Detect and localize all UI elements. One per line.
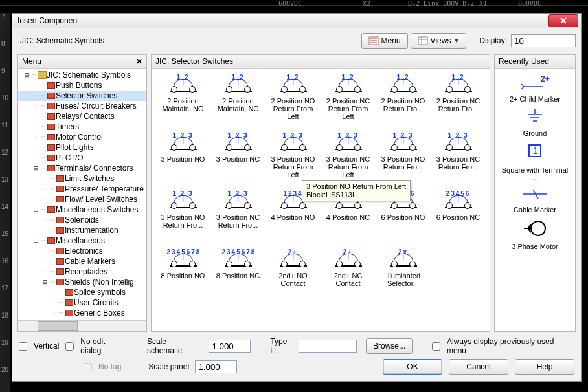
tree-item[interactable]: ⊟┄ Miscellaneous [18,235,146,246]
symbol-cell[interactable]: 234566 Position NC [431,189,486,242]
symbol-cell[interactable]: 12344 Position NC [321,189,376,242]
tree-item[interactable]: ⊟┄ JIC: Schematic Symbols [18,70,146,80]
tree-item[interactable]: ·┄ Generic Boxes [18,308,146,318]
tree-item[interactable]: ·┄ Timers [18,122,146,132]
tree-item[interactable]: ·┄ Fuses/ Circuit Breakers [18,101,146,111]
vertical-checkbox[interactable]: Vertical [19,342,59,351]
top-toolbar: JIC: Schematic Symbols Menu Views ▼ Disp… [12,28,581,50]
display-input[interactable] [511,34,576,47]
display-label: Display: [479,36,507,45]
tree-item[interactable]: ·┄ User Circuits [18,298,146,308]
symbol-label: 8 Position NC [216,272,260,279]
tree-item[interactable]: ⊞┄ Terminals/ Connectors [18,163,146,173]
svg-rect-1 [418,37,427,45]
tree-item[interactable]: ·┄ Cable Markers [18,256,146,267]
grid-panel-header: JIC: Selector Switches [152,55,490,69]
symbol-cell[interactable]: 1 22 Position Maintain, NO [155,72,210,125]
symbol-label: 3 Position NO [161,155,205,163]
close-icon [558,16,569,26]
symbol-label: 2nd+ NO Contact [267,272,320,287]
menu-icon [368,36,379,45]
tree-horizontal-scrollbar[interactable] [18,320,146,331]
symbol-cell[interactable]: 1 2 33 Position NC [210,131,266,184]
ground-icon [520,107,550,128]
help-button[interactable]: Help [515,359,574,375]
tree-item[interactable]: ·┄ Flow/ Level Switches [18,194,146,204]
symbol-cell[interactable]: 1 22 Position NO Return Fro... [376,72,431,125]
symbol-cell[interactable]: 1 2 33 Position NC Return From Left [321,131,376,184]
symbol-cell[interactable]: 23456788 Position NC [210,247,266,300]
symbol-label: 2 Position NO Return From Left [267,97,320,120]
browse-button[interactable]: Browse... [366,338,413,354]
type-it-input[interactable] [299,340,357,353]
symbol-label: 2 Position Maintain, NC [212,97,265,113]
recent-list[interactable]: 2+2+ Child MarkerGround1Square with Term… [495,69,575,331]
menu-panel-title: Menu [22,57,41,66]
symbol-cell[interactable]: 1 22 Position NC Return From Left [321,72,376,125]
scale-panel-input[interactable] [195,360,237,373]
views-icon [418,36,428,45]
symbol-cell[interactable]: 23456788 Position NO [155,247,210,300]
symbol-cell[interactable]: 2+2nd+ NO Contact [266,247,321,300]
menu-panel-header: Menu ✕ [18,55,146,69]
tree-item[interactable]: ·┄ Pressure/ Temperature [18,184,146,194]
always-display-checkbox[interactable]: Always display previously used menu [432,337,574,355]
tree-item[interactable]: ·┄ Solenoids [18,215,146,225]
tree-item[interactable]: ·┄ Selector Switches [18,91,146,101]
symbol-cell[interactable]: 1 2 33 Position NC Return Fro... [431,131,486,184]
symbol-label: 3 Position NO Return From Left [267,155,320,179]
tree-item[interactable]: ·┄ Pilot Lights [18,142,146,153]
ok-button[interactable]: OK [383,359,442,375]
recent-item[interactable]: Ground [520,107,550,137]
svg-text:1: 1 [533,146,538,156]
menu-button[interactable]: Menu [361,33,408,49]
recent-item[interactable]: 1Square with Terminal ... [499,141,571,182]
symbol-grid[interactable]: 1 22 Position Maintain, NO1 22 Position … [152,69,490,331]
tree-item[interactable]: ·┄ Motor Control [18,132,146,142]
symbol-cell[interactable]: 234566 Position NO [376,189,431,242]
symbol-label: 4 Position NO [271,213,315,221]
views-button[interactable]: Views ▼ [411,33,467,49]
scale-schematic-input[interactable] [209,340,251,353]
symbol-cell[interactable]: 12344 Position NO [266,189,321,242]
sqterm-icon: 1 [520,141,550,165]
tree-item[interactable]: ·┄ Relays/ Contacts [18,111,146,122]
tree-item[interactable]: ·┄ PLC I/O [18,153,146,163]
tree-item[interactable]: ⊞┄ Shields (Non Intellig [18,277,146,287]
tree-item[interactable]: ·┄ Electronics [18,246,146,256]
window-title: Insert Component [15,16,548,25]
symbol-label: 3 Position NC Return Fro... [212,213,265,229]
tree-item[interactable]: ·┄ Limit Switches [18,173,146,184]
symbol-cell[interactable]: 1 2 33 Position NO Return Fro... [376,131,431,184]
recent-item[interactable]: Cable Marker [514,186,556,213]
menu-panel-close[interactable]: ✕ [136,57,142,66]
cancel-button[interactable]: Cancel [449,359,508,375]
tree-item[interactable]: ·┄ Instrumentation [18,225,146,235]
svg-point-5 [531,221,545,235]
no-tag-checkbox[interactable]: No tag [84,362,121,371]
recent-item[interactable]: 3 Phase Motor [512,217,558,250]
symbol-cell[interactable]: 2xIlluminated Selector... [376,247,431,300]
close-button[interactable] [548,14,578,27]
childmarker-icon: 2+ [520,72,550,94]
symbol-cell[interactable]: 1 2 33 Position NO [155,131,210,184]
tree-item[interactable]: ⊞┄ Miscellaneous Switches [18,204,146,215]
symbol-cell[interactable]: 1 22 Position NC Return Fro... [431,72,486,125]
symbol-cell[interactable]: 1 2 33 Position NC Return Fro... [210,189,266,242]
symbol-cell[interactable]: 1 22 Position Maintain, NC [210,72,266,125]
symbol-cell[interactable]: 2+2nd+ NC Contact [321,247,376,300]
menu-tree[interactable]: ⊟┄ JIC: Schematic Symbols·┄ Push Buttons… [18,69,146,320]
tree-item[interactable]: ·┄ Receptacles [18,267,146,277]
tree-item[interactable]: ·┄ Push Buttons [18,80,146,91]
cablemarker-icon [520,186,550,204]
recent-item[interactable]: 2+2+ Child Marker [510,72,560,103]
symbol-cell[interactable]: 1 2 33 Position NO Return From Left [266,131,321,184]
symbol-cell[interactable]: 1 2 33 Position NO Return Fro... [155,189,210,242]
recent-panel-header: Recently Used [495,55,575,69]
no-edit-checkbox[interactable]: No edit dialog [65,337,128,355]
menu-panel: Menu ✕ ⊟┄ JIC: Schematic Symbols·┄ Push … [17,54,147,332]
titlebar[interactable]: Insert Component [12,14,581,28]
tree-item[interactable]: ·┄ Splice symbols [18,287,146,298]
symbol-label: 2nd+ NC Contact [322,272,375,287]
symbol-cell[interactable]: 1 22 Position NO Return From Left [266,72,321,125]
